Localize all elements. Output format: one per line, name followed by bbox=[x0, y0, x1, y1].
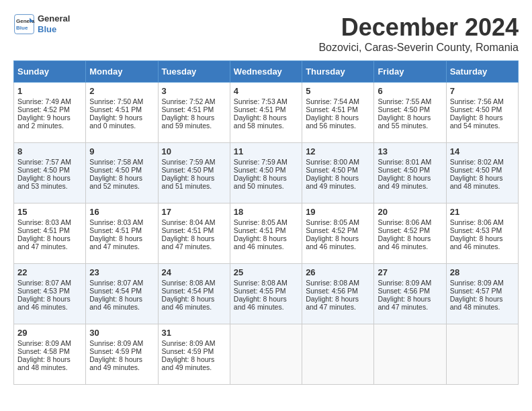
daylight-text: Daylight: 8 hours and 47 minutes. bbox=[89, 234, 142, 250]
day-number: 7 bbox=[450, 86, 515, 96]
sunset-text: Sunset: 4:51 PM bbox=[234, 226, 286, 234]
daylight-text: Daylight: 8 hours and 52 minutes. bbox=[89, 174, 142, 190]
daylight-text: Daylight: 8 hours and 53 minutes. bbox=[17, 174, 71, 190]
calendar-cell: 29Sunrise: 8:09 AMSunset: 4:58 PMDayligh… bbox=[14, 324, 86, 385]
calendar-cell: 30Sunrise: 8:09 AMSunset: 4:59 PMDayligh… bbox=[86, 324, 158, 385]
logo: General Blue General Blue bbox=[13, 13, 70, 35]
sunrise-text: Sunrise: 7:56 AM bbox=[450, 97, 504, 105]
daylight-text: Daylight: 8 hours and 59 minutes. bbox=[162, 113, 215, 130]
calendar-week-4: 22Sunrise: 8:07 AMSunset: 4:53 PMDayligh… bbox=[14, 264, 519, 324]
calendar-week-5: 29Sunrise: 8:09 AMSunset: 4:58 PMDayligh… bbox=[14, 324, 519, 385]
sunset-text: Sunset: 4:51 PM bbox=[89, 226, 142, 234]
daylight-text: Daylight: 8 hours and 55 minutes. bbox=[378, 113, 431, 130]
day-number: 14 bbox=[450, 146, 515, 156]
daylight-text: Daylight: 8 hours and 46 minutes. bbox=[89, 295, 142, 311]
calendar-cell: 15Sunrise: 8:03 AMSunset: 4:51 PMDayligh… bbox=[14, 203, 86, 264]
sunset-text: Sunset: 4:59 PM bbox=[89, 347, 142, 355]
daylight-text: Daylight: 8 hours and 47 minutes. bbox=[17, 234, 71, 250]
calendar-week-1: 1Sunrise: 7:49 AMSunset: 4:52 PMDaylight… bbox=[14, 83, 519, 143]
sunset-text: Sunset: 4:50 PM bbox=[162, 166, 214, 174]
sunset-text: Sunset: 4:52 PM bbox=[17, 105, 70, 113]
sunrise-text: Sunrise: 8:06 AM bbox=[450, 218, 504, 226]
day-number: 8 bbox=[17, 146, 82, 156]
calendar-cell: 3Sunrise: 7:52 AMSunset: 4:51 PMDaylight… bbox=[158, 83, 230, 143]
daylight-text: Daylight: 8 hours and 48 minutes. bbox=[17, 355, 71, 371]
daylight-text: Daylight: 8 hours and 46 minutes. bbox=[306, 234, 359, 250]
daylight-text: Daylight: 8 hours and 58 minutes. bbox=[234, 113, 287, 130]
calendar-cell: 23Sunrise: 8:07 AMSunset: 4:54 PMDayligh… bbox=[86, 264, 158, 324]
column-header-saturday: Saturday bbox=[446, 61, 518, 83]
calendar-cell: 14Sunrise: 8:02 AMSunset: 4:50 PMDayligh… bbox=[446, 143, 518, 203]
location-subtitle: Bozovici, Caras-Severin County, Romania bbox=[318, 42, 519, 54]
column-header-wednesday: Wednesday bbox=[230, 61, 302, 83]
calendar-cell: 31Sunrise: 8:09 AMSunset: 4:59 PMDayligh… bbox=[158, 324, 230, 385]
day-number: 19 bbox=[306, 207, 370, 217]
day-number: 29 bbox=[17, 328, 82, 338]
logo-text: General Blue bbox=[38, 13, 70, 34]
day-number: 30 bbox=[89, 328, 154, 338]
day-number: 21 bbox=[450, 207, 515, 217]
daylight-text: Daylight: 8 hours and 46 minutes. bbox=[234, 295, 287, 311]
day-number: 10 bbox=[162, 146, 226, 156]
title-area: December 2024 Bozovici, Caras-Severin Co… bbox=[318, 13, 519, 54]
calendar-cell: 6Sunrise: 7:55 AMSunset: 4:50 PMDaylight… bbox=[374, 83, 446, 143]
sunset-text: Sunset: 4:50 PM bbox=[17, 166, 70, 174]
calendar-cell: 13Sunrise: 8:01 AMSunset: 4:50 PMDayligh… bbox=[374, 143, 446, 203]
column-header-tuesday: Tuesday bbox=[158, 61, 230, 83]
sunset-text: Sunset: 4:53 PM bbox=[450, 226, 502, 234]
day-number: 16 bbox=[89, 207, 154, 217]
daylight-text: Daylight: 8 hours and 50 minutes. bbox=[234, 174, 287, 190]
calendar-cell bbox=[230, 324, 302, 385]
calendar-cell: 10Sunrise: 7:59 AMSunset: 4:50 PMDayligh… bbox=[158, 143, 230, 203]
sunrise-text: Sunrise: 7:58 AM bbox=[89, 158, 143, 166]
sunrise-text: Sunrise: 7:59 AM bbox=[162, 158, 216, 166]
day-number: 31 bbox=[162, 328, 226, 338]
calendar-cell: 28Sunrise: 8:09 AMSunset: 4:57 PMDayligh… bbox=[446, 264, 518, 324]
calendar-cell: 4Sunrise: 7:53 AMSunset: 4:51 PMDaylight… bbox=[230, 83, 302, 143]
daylight-text: Daylight: 8 hours and 46 minutes. bbox=[234, 234, 287, 250]
sunset-text: Sunset: 4:56 PM bbox=[378, 287, 430, 295]
sunrise-text: Sunrise: 8:05 AM bbox=[234, 218, 287, 226]
day-number: 13 bbox=[378, 146, 442, 156]
sunset-text: Sunset: 4:54 PM bbox=[89, 287, 142, 295]
daylight-text: Daylight: 8 hours and 49 minutes. bbox=[306, 174, 359, 190]
day-number: 12 bbox=[306, 146, 370, 156]
sunset-text: Sunset: 4:50 PM bbox=[450, 105, 502, 113]
column-header-thursday: Thursday bbox=[302, 61, 374, 83]
daylight-text: Daylight: 8 hours and 47 minutes. bbox=[162, 234, 215, 250]
sunset-text: Sunset: 4:51 PM bbox=[162, 105, 214, 113]
daylight-text: Daylight: 8 hours and 49 minutes. bbox=[89, 355, 142, 371]
calendar-cell bbox=[446, 324, 518, 385]
sunset-text: Sunset: 4:51 PM bbox=[162, 226, 214, 234]
sunrise-text: Sunrise: 7:57 AM bbox=[17, 158, 71, 166]
sunset-text: Sunset: 4:50 PM bbox=[378, 166, 430, 174]
calendar-cell: 2Sunrise: 7:50 AMSunset: 4:51 PMDaylight… bbox=[86, 83, 158, 143]
calendar-week-2: 8Sunrise: 7:57 AMSunset: 4:50 PMDaylight… bbox=[14, 143, 519, 203]
sunrise-text: Sunrise: 8:09 AM bbox=[162, 339, 216, 347]
day-number: 22 bbox=[17, 267, 82, 277]
sunset-text: Sunset: 4:58 PM bbox=[17, 347, 70, 355]
daylight-text: Daylight: 8 hours and 48 minutes. bbox=[450, 174, 503, 190]
day-number: 24 bbox=[162, 267, 226, 277]
sunrise-text: Sunrise: 8:05 AM bbox=[306, 218, 359, 226]
sunrise-text: Sunrise: 8:07 AM bbox=[17, 279, 71, 287]
calendar-cell: 22Sunrise: 8:07 AMSunset: 4:53 PMDayligh… bbox=[14, 264, 86, 324]
sunset-text: Sunset: 4:52 PM bbox=[378, 226, 430, 234]
column-header-sunday: Sunday bbox=[14, 61, 86, 83]
day-number: 2 bbox=[89, 86, 154, 96]
sunset-text: Sunset: 4:50 PM bbox=[450, 166, 502, 174]
calendar-cell: 8Sunrise: 7:57 AMSunset: 4:50 PMDaylight… bbox=[14, 143, 86, 203]
calendar-cell: 21Sunrise: 8:06 AMSunset: 4:53 PMDayligh… bbox=[446, 203, 518, 264]
sunrise-text: Sunrise: 8:01 AM bbox=[378, 158, 431, 166]
sunrise-text: Sunrise: 7:50 AM bbox=[89, 97, 143, 105]
sunrise-text: Sunrise: 8:09 AM bbox=[17, 339, 71, 347]
daylight-text: Daylight: 8 hours and 51 minutes. bbox=[162, 174, 215, 190]
calendar-cell: 11Sunrise: 7:59 AMSunset: 4:50 PMDayligh… bbox=[230, 143, 302, 203]
sunset-text: Sunset: 4:50 PM bbox=[306, 166, 358, 174]
sunset-text: Sunset: 4:50 PM bbox=[378, 105, 430, 113]
day-number: 11 bbox=[234, 146, 298, 156]
calendar-cell: 19Sunrise: 8:05 AMSunset: 4:52 PMDayligh… bbox=[302, 203, 374, 264]
sunset-text: Sunset: 4:53 PM bbox=[17, 287, 70, 295]
day-number: 20 bbox=[378, 207, 442, 217]
day-number: 15 bbox=[17, 207, 82, 217]
